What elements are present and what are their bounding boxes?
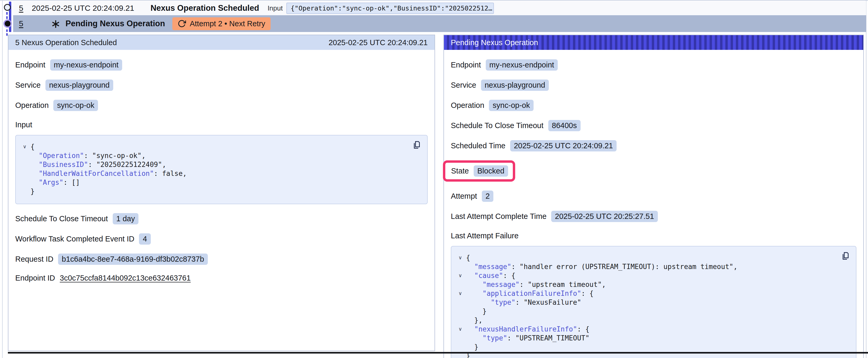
code-text: "message": "upstream timeout", [466,280,606,289]
left-detail-panel: 5 Nexus Operation Scheduled 2025-02-25 U… [8,35,435,351]
copy-button[interactable] [840,251,851,261]
field-value-chip: 2025-02-25 UTC 20:24:09.21 [510,140,617,152]
field-value-chip: 2 [482,191,493,202]
json-text: : "20250225122409", [88,161,166,168]
field-value-chip: sync-op-ok [489,100,533,111]
code-line: "type": "NexusFailure" [455,298,849,307]
field-value-chip: 86400s [548,120,581,131]
field-value-chip: 2025-02-25 UTC 20:25:27.51 [551,211,657,222]
code-line: "type": "UPSTREAM_TIMEOUT" [455,334,849,343]
field-value-chip: b1c6a4bc-8ee7-468a-9169-df3b02c8737b [58,254,208,265]
left-panel-header: 5 Nexus Operation Scheduled 2025-02-25 U… [8,35,435,50]
field-value-chip: sync-op-ok [53,100,98,111]
code-line: ∨{ [19,142,421,151]
field-label: Schedule To Close Timeout [451,121,544,130]
code-line: } [19,187,421,196]
collapse-chevron-icon[interactable]: ∨ [455,271,466,280]
pending-event-row[interactable]: 5 ∗ Pending Nexus Operation Attempt 2 • … [13,15,866,32]
right-panel-header: Pending Nexus Operation [444,35,863,50]
field-label: Workflow Task Completed Event ID [15,235,134,243]
event-marker-filled-icon [3,20,12,28]
failure-section-label: Last Attempt Failure [451,231,857,240]
code-line: } [455,343,849,352]
field-value-link[interactable]: 3c0c75ccfa8144b092c13ce632463761 [60,274,191,283]
failure-code-block: ∨{"message": "handler error (UPSTREAM_TI… [451,246,857,358]
json-text: : { [577,325,590,333]
field-label: Last Attempt Complete Time [451,212,547,221]
code-line: ∨{ [455,253,849,262]
json-key: "type" [491,298,516,306]
field-value-chip: nexus-playground [481,79,549,91]
code-line: "message": "handler error (UPSTREAM_TIME… [455,262,849,271]
json-key: "applicationFailureInfo" [483,290,581,297]
code-text: "message": "handler error (UPSTREAM_TIME… [466,262,738,271]
json-key: "cause" [474,272,503,280]
copy-icon [841,251,850,261]
input-preview-chip: {"Operation":"sync-op-ok","BusinessID":"… [286,3,494,14]
json-key: "BusinessID" [39,161,88,168]
copy-button[interactable] [411,140,422,150]
field-label: Scheduled Time [451,141,505,150]
field-value-chip: 4 [139,233,151,245]
code-text: "Operation": "sync-op-ok", [30,151,146,160]
field-row-workflow-task-completed-event-id: Workflow Task Completed Event ID4 [15,233,428,245]
field-row-service: Servicenexus-playground [15,79,428,91]
event-row-scheduled[interactable]: 5 2025-02-25 UTC 20:24:09.21 Nexus Opera… [13,1,866,15]
code-text: "HandlerWaitForCancellation": false, [30,169,187,178]
field-label: Attempt [451,192,477,200]
field-label: Service [451,81,476,90]
collapse-chevron-icon[interactable]: ∨ [455,253,466,262]
field-label: Endpoint ID [15,274,55,283]
field-row-schedule-to-close-timeout: Schedule To Close Timeout1 day [15,213,428,224]
code-text: "type": "UPSTREAM_TIMEOUT" [466,334,590,343]
code-text: "Args": [] [30,178,80,187]
asterisk-icon: ∗ [51,18,61,30]
json-text: { [30,143,35,151]
json-text: : false, [154,169,187,177]
left-panel-title: 5 Nexus Operation Scheduled [15,38,117,47]
collapse-chevron-icon[interactable]: ∨ [455,325,466,334]
field-label: State [451,167,469,175]
json-text: } [474,343,478,351]
code-line: "Operation": "sync-op-ok", [19,151,421,160]
json-key: "HandlerWaitForCancellation" [39,169,154,177]
highlight-box: StateBlocked [443,160,515,182]
code-text: "nexusHandlerFailureInfo": { [466,325,590,334]
json-text: } [483,307,487,315]
field-row-schedule-to-close-timeout: Schedule To Close Timeout86400s [451,120,857,131]
json-text: : "upstream timeout", [520,281,606,288]
json-key: "message" [474,263,511,270]
code-text: } [466,307,487,316]
field-value-chip: 1 day [113,213,139,224]
right-detail-panel: Pending Nexus Operation Endpointmy-nexus… [443,35,864,358]
event-id-link[interactable]: 5 [19,19,23,28]
left-border [2,0,3,358]
copy-icon [412,140,422,150]
json-key: "Args" [39,178,63,186]
field-row-scheduled-time: Scheduled Time2025-02-25 UTC 20:24:09.21 [451,140,857,152]
left-panel-time: 2025-02-25 UTC 20:24:09.21 [329,38,428,47]
json-text: : "handler error (UPSTREAM_TIMEOUT): ups… [511,263,738,270]
field-row-state: StateBlocked [451,160,857,182]
code-line: ∨"cause": { [455,271,849,280]
json-text: : { [503,272,516,280]
json-text: : "sync-op-ok", [84,152,146,160]
field-row-operation: Operationsync-op-ok [15,100,428,111]
code-text: } [30,187,35,196]
top-border [0,0,868,1]
retry-badge-label: Attempt 2 • Next Retry [190,20,265,28]
code-line: "HandlerWaitForCancellation": false, [19,169,421,178]
field-row-request-id: Request IDb1c6a4bc-8ee7-468a-9169-df3b02… [15,254,428,265]
field-row-last-attempt-complete-time: Last Attempt Complete Time2025-02-25 UTC… [451,211,857,222]
collapse-chevron-icon[interactable]: ∨ [19,142,30,151]
code-line: ∨"applicationFailureInfo": { [455,289,849,298]
collapse-chevron-icon[interactable]: ∨ [455,289,466,298]
event-marker-open-icon [4,4,11,11]
field-label: Schedule To Close Timeout [15,215,108,223]
input-code-block: ∨{"Operation": "sync-op-ok","BusinessID"… [15,135,428,204]
event-title: Nexus Operation Scheduled [151,3,259,13]
event-id-link[interactable]: 5 [19,4,23,12]
input-section-label: Input [15,121,428,129]
field-value-chip: Blocked [474,165,508,176]
input-preview-label: Input [268,4,283,12]
